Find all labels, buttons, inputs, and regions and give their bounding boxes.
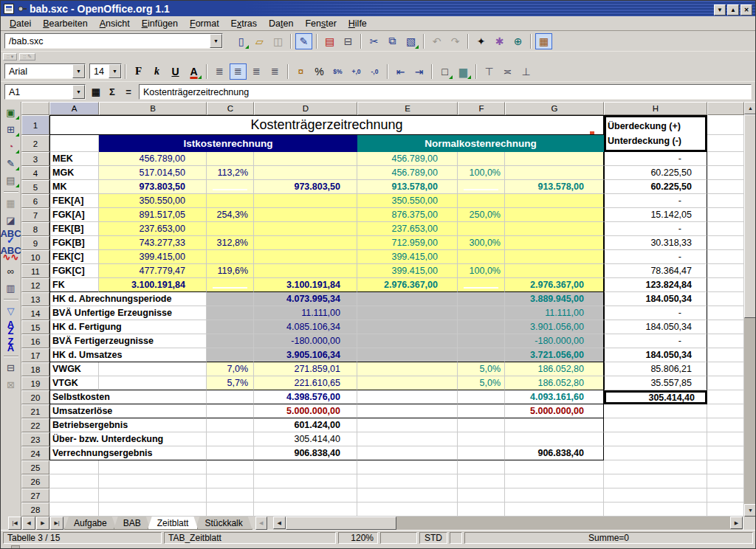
sheet-tab-zeitblatt[interactable]: Zeitblatt — [148, 517, 199, 530]
cell-F5[interactable] — [458, 180, 505, 194]
cell-H27[interactable] — [604, 488, 707, 503]
cell-I8[interactable] — [707, 222, 744, 236]
cell-D11[interactable] — [254, 264, 357, 278]
cell-C16[interactable] — [207, 334, 254, 348]
cell-A4[interactable]: MGK — [49, 166, 99, 180]
status-zoom-level[interactable]: 120% — [338, 532, 378, 544]
cell-C19[interactable]: 5,7% — [207, 376, 254, 390]
cell-I19[interactable] — [707, 376, 744, 390]
dropdown-arrow-icon[interactable]: ▼ — [109, 64, 121, 78]
cell-F18[interactable]: 5,0% — [458, 362, 505, 376]
cell-G6[interactable] — [505, 194, 604, 208]
cell-A9[interactable]: FGK[B] — [49, 236, 99, 250]
grid-corner[interactable] — [21, 102, 49, 115]
cell-D23[interactable]: 305.414,40 — [254, 432, 357, 446]
url-combo[interactable]: /bab.sxc▼ — [4, 33, 223, 49]
cell-D25[interactable] — [254, 460, 357, 474]
cell-H11[interactable]: 78.364,47 — [604, 264, 707, 278]
cell-E24[interactable] — [357, 446, 458, 460]
cell-I17[interactable] — [707, 348, 744, 362]
cell-I21[interactable] — [707, 404, 744, 418]
row-header-17[interactable]: 17 — [21, 348, 49, 362]
first-sheet-button[interactable]: |◀ — [8, 517, 21, 530]
sheet-tab-st-ckkalk[interactable]: Stückkalk — [195, 517, 252, 530]
column-header-G[interactable]: G — [505, 102, 604, 115]
cell-G25[interactable] — [505, 460, 604, 474]
cell-I22[interactable] — [707, 418, 744, 432]
delete-decimal-icon[interactable]: -,0 — [366, 63, 383, 80]
cell-E4[interactable]: 456.789,00 — [357, 166, 458, 180]
cell-G19[interactable]: 186.052,80 — [505, 376, 604, 390]
cell-F23[interactable] — [458, 432, 505, 446]
cell-H28[interactable] — [604, 503, 707, 517]
cell-F6[interactable] — [458, 194, 505, 208]
cell-G13[interactable]: 3.889.945,00 — [505, 292, 604, 306]
cell-D6[interactable] — [254, 194, 357, 208]
cell-F13[interactable] — [458, 292, 505, 306]
menu-hilfe[interactable]: Hilfe — [343, 17, 373, 30]
underline-icon[interactable]: U — [167, 63, 184, 80]
cell-I12[interactable] — [707, 278, 744, 292]
cell-G18[interactable]: 186.052,80 — [505, 362, 604, 376]
row-header-20[interactable]: 20 — [21, 390, 49, 404]
cell-I11[interactable] — [707, 264, 744, 278]
status-selection-mode[interactable]: STD — [419, 532, 447, 544]
cell-I24[interactable] — [707, 446, 744, 460]
find-replace-icon[interactable]: ∞ — [2, 263, 20, 279]
bold-icon[interactable]: F — [130, 63, 147, 80]
cell-A16[interactable]: BVÄ Fertigerzeugnisse — [49, 334, 207, 348]
form-functions-icon[interactable]: ▤ — [2, 173, 20, 188]
cell-B25[interactable] — [99, 460, 207, 474]
cell-I10[interactable] — [707, 250, 744, 264]
cell-I20[interactable] — [707, 390, 744, 404]
cell-G23[interactable] — [505, 432, 604, 446]
cell-E6[interactable]: 350.550,00 — [357, 194, 458, 208]
function-autopilot-icon[interactable]: ▦ — [88, 84, 104, 100]
font-size-combo[interactable]: 14▼ — [89, 63, 122, 79]
cell-F8[interactable] — [458, 222, 505, 236]
next-sheet-button[interactable]: ▶ — [36, 517, 49, 530]
sum-icon[interactable]: Σ — [104, 84, 120, 100]
status-doc-modified[interactable] — [450, 532, 462, 544]
row-header-28[interactable]: 28 — [21, 503, 49, 517]
cell-F14[interactable] — [458, 306, 505, 320]
row-header-8[interactable]: 8 — [21, 222, 49, 236]
cell-F24[interactable] — [458, 446, 505, 460]
cell-I26[interactable] — [707, 474, 744, 488]
row-header-1[interactable]: 1 — [21, 115, 49, 135]
cell-A26[interactable] — [49, 474, 99, 488]
cell-B18[interactable] — [99, 362, 207, 376]
cell-G3[interactable] — [505, 152, 604, 166]
cell-C17[interactable] — [207, 348, 254, 362]
menu-datei[interactable]: Datei — [4, 17, 37, 30]
header-istkostenrechnung[interactable]: Istkostenrechnung — [99, 135, 357, 152]
font-name-combo[interactable]: Arial▼ — [4, 63, 86, 79]
cell-I2[interactable] — [707, 135, 744, 152]
cell-G15[interactable]: 3.901.056,00 — [505, 320, 604, 334]
cell-F25[interactable] — [458, 460, 505, 474]
cell-G14[interactable]: 11.111,00 — [505, 306, 604, 320]
cell-E13[interactable] — [357, 292, 458, 306]
cell-C7[interactable]: 254,3% — [207, 208, 254, 222]
cell-A24[interactable]: Verrechnungsergebnis — [49, 446, 207, 460]
cell-D21[interactable]: 5.000.000,00 — [254, 404, 357, 418]
cell-B3[interactable]: 456.789,00 — [99, 152, 207, 166]
cell-B26[interactable] — [99, 474, 207, 488]
cell-D7[interactable] — [254, 208, 357, 222]
cell-A13[interactable]: HK d. Abrechnungsperiode — [49, 292, 207, 306]
cell-I14[interactable] — [707, 306, 744, 320]
cell-G17[interactable]: 3.721.056,00 — [505, 348, 604, 362]
cell-A23[interactable]: Über- bzw. Unterdeckung — [49, 432, 207, 446]
cell-E26[interactable] — [357, 474, 458, 488]
insert-object-icon[interactable]: ◔ — [2, 139, 20, 154]
cell-B10[interactable]: 399.415,00 — [99, 250, 207, 264]
decrease-indent-icon[interactable]: ⇤ — [392, 63, 409, 80]
font-color-icon[interactable]: A — [185, 63, 202, 80]
maximize-button[interactable]: ▲ — [727, 4, 739, 15]
cell-D4[interactable] — [254, 166, 357, 180]
status-page-style[interactable]: TAB_Zeitblatt — [164, 532, 336, 544]
row-header-21[interactable]: 21 — [21, 404, 49, 418]
cell-C26[interactable] — [207, 474, 254, 488]
align-right-icon[interactable]: ≣ — [248, 63, 265, 80]
column-header-F[interactable]: F — [458, 102, 505, 115]
